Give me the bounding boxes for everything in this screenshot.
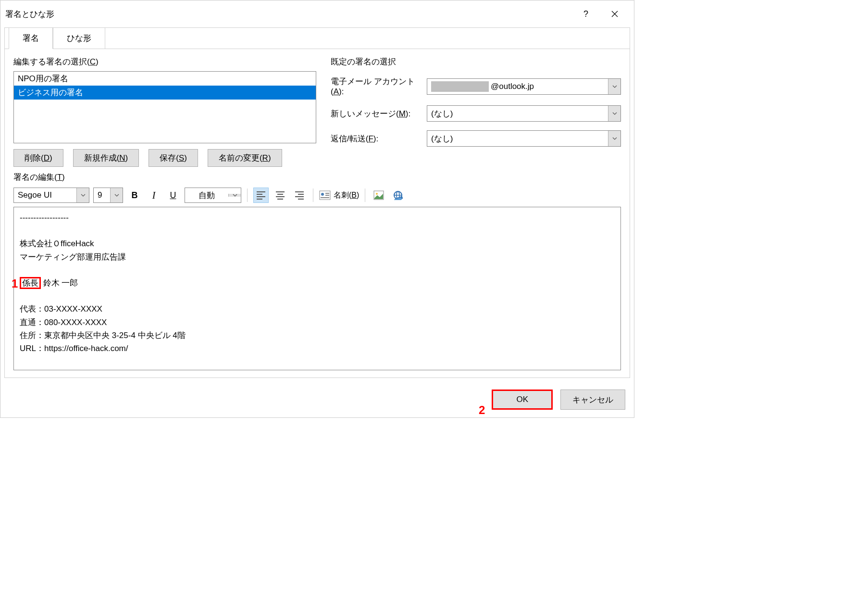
redacted-block xyxy=(431,81,489,92)
chevron-down-icon[interactable] xyxy=(76,188,89,202)
signature-list[interactable]: NPO用の署名 ビジネス用の署名 xyxy=(13,71,316,143)
edit-signature-label: 署名の編集(T) xyxy=(13,172,621,183)
svg-rect-2 xyxy=(325,193,329,194)
font-name-combo[interactable]: Segoe UI xyxy=(13,188,89,203)
align-center-button[interactable] xyxy=(273,188,288,203)
svg-point-6 xyxy=(376,193,378,195)
content-area: 署名 ひな形 編集する署名の選択(C) NPO用の署名 ビジネス用の署名 削除(… xyxy=(4,27,630,378)
insert-image-button[interactable] xyxy=(371,188,386,203)
default-signature-heading: 既定の署名の選択 xyxy=(331,56,621,67)
dialog-footer: OK キャンセル xyxy=(0,382,634,417)
help-button[interactable]: ? xyxy=(571,4,600,24)
align-right-button[interactable] xyxy=(292,188,307,203)
editor-section: 署名の編集(T) Segoe UI 9 B I U 自動 xyxy=(5,172,630,377)
email-account-combo[interactable]: @outlook.jp xyxy=(427,78,621,95)
italic-button[interactable]: I xyxy=(146,188,161,203)
business-card-button[interactable]: 名刺(B) xyxy=(319,190,359,201)
ok-button[interactable]: OK xyxy=(492,390,553,410)
signatures-dialog: 署名とひな形 ? 署名 ひな形 編集する署名の選択(C) NPO用の署名 ビジネ… xyxy=(0,0,634,418)
highlighted-word: 係長 xyxy=(20,277,41,289)
select-signature-label: 編集する署名の選択(C) xyxy=(13,56,316,67)
tab-signature[interactable]: 署名 xyxy=(9,27,53,49)
underline-button[interactable]: U xyxy=(165,188,181,203)
right-panel: 既定の署名の選択 電子メール アカウント(A): @outlook.jp 新しい… xyxy=(331,56,621,167)
cancel-button[interactable]: キャンセル xyxy=(560,390,625,410)
reply-forward-combo[interactable]: (なし) xyxy=(427,130,621,147)
editor-toolbar: Segoe UI 9 B I U 自動 xyxy=(13,188,621,203)
new-button[interactable]: 新規作成(N) xyxy=(73,149,139,167)
chevron-down-icon[interactable] xyxy=(228,194,241,197)
bold-button[interactable]: B xyxy=(127,188,142,203)
reply-forward-label: 返信/転送(F): xyxy=(331,133,427,144)
toolbar-divider xyxy=(365,189,365,202)
titlebar: 署名とひな形 ? xyxy=(0,0,634,27)
chevron-down-icon[interactable] xyxy=(608,106,620,121)
font-color-combo[interactable]: 自動 xyxy=(185,188,241,203)
business-card-icon xyxy=(319,190,331,200)
delete-button[interactable]: 削除(D) xyxy=(13,149,63,167)
signature-editor[interactable]: ------------------ 株式会社ＯfficeHack マーケティン… xyxy=(13,207,621,370)
rename-button[interactable]: 名前の変更(R) xyxy=(208,149,282,167)
svg-rect-3 xyxy=(325,195,329,196)
close-button[interactable] xyxy=(600,4,629,24)
tab-stationery[interactable]: ひな形 xyxy=(53,27,105,49)
save-button[interactable]: 保存(S) xyxy=(149,149,198,167)
chevron-down-icon[interactable] xyxy=(608,131,620,146)
chevron-down-icon[interactable] xyxy=(110,188,123,202)
insert-link-button[interactable] xyxy=(390,188,406,203)
toolbar-divider xyxy=(313,189,313,202)
toolbar-divider xyxy=(247,189,248,202)
new-message-label: 新しいメッセージ(M): xyxy=(331,108,427,119)
tab-strip: 署名 ひな形 xyxy=(5,27,630,49)
dialog-title: 署名とひな形 xyxy=(5,9,571,20)
signature-list-item[interactable]: ビジネス用の署名 xyxy=(14,86,316,100)
email-account-label: 電子メール アカウント(A): xyxy=(331,76,427,97)
align-left-button[interactable] xyxy=(253,188,269,203)
chevron-down-icon[interactable] xyxy=(608,79,620,94)
left-panel: 編集する署名の選択(C) NPO用の署名 ビジネス用の署名 削除(D) 新規作成… xyxy=(13,56,316,167)
signature-list-item[interactable]: NPO用の署名 xyxy=(14,72,316,86)
font-size-combo[interactable]: 9 xyxy=(93,188,123,203)
new-message-combo[interactable]: (なし) xyxy=(427,105,621,122)
svg-rect-4 xyxy=(321,197,329,198)
svg-point-1 xyxy=(321,193,324,196)
